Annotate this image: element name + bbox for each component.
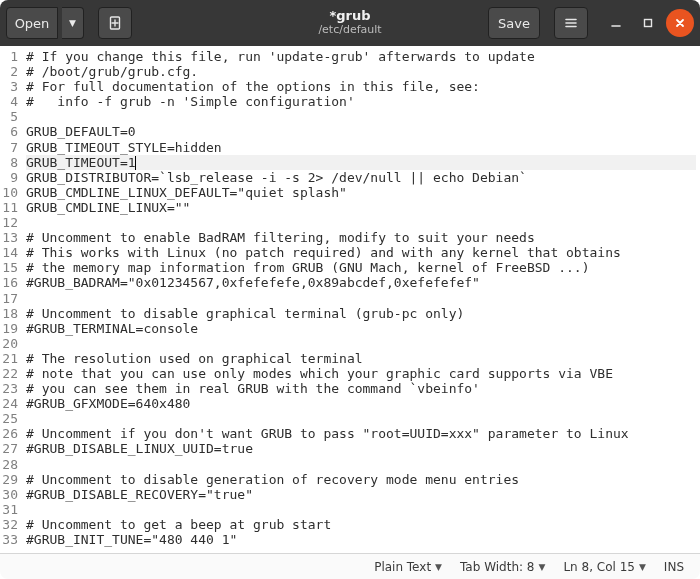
code-line[interactable] — [26, 457, 696, 472]
minimize-icon — [610, 17, 622, 29]
text-editor[interactable]: 1234567891011121314151617181920212223242… — [0, 46, 700, 553]
code-line[interactable]: # If you change this file, run 'update-g… — [26, 49, 696, 64]
code-line[interactable] — [26, 109, 696, 124]
line-number: 18 — [2, 306, 18, 321]
insert-mode-indicator[interactable]: INS — [658, 560, 690, 574]
code-line[interactable]: # you can see them in real GRUB with the… — [26, 381, 696, 396]
maximize-icon — [642, 17, 654, 29]
chevron-down-icon: ▼ — [639, 562, 646, 572]
code-line[interactable]: # For full documentation of the options … — [26, 79, 696, 94]
line-number: 30 — [2, 487, 18, 502]
line-number: 6 — [2, 124, 18, 139]
line-number: 33 — [2, 532, 18, 547]
minimize-button[interactable] — [602, 9, 630, 37]
code-line[interactable]: #GRUB_TERMINAL=console — [26, 321, 696, 336]
cursor-position-label: Ln 8, Col 15 — [563, 560, 635, 574]
line-number: 22 — [2, 366, 18, 381]
line-number: 10 — [2, 185, 18, 200]
line-number: 15 — [2, 260, 18, 275]
code-line[interactable]: # /boot/grub/grub.cfg. — [26, 64, 696, 79]
code-line[interactable] — [26, 502, 696, 517]
code-line[interactable]: GRUB_CMDLINE_LINUX_DEFAULT="quiet splash… — [26, 185, 696, 200]
code-line[interactable]: #GRUB_GFXMODE=640x480 — [26, 396, 696, 411]
open-recent-dropdown[interactable]: ▼ — [62, 7, 84, 39]
code-line[interactable]: #GRUB_INIT_TUNE="480 440 1" — [26, 532, 696, 547]
code-line[interactable] — [26, 215, 696, 230]
editor-window: Open ▼ *grub /etc/default Save — [0, 0, 700, 579]
code-line[interactable]: GRUB_CMDLINE_LINUX="" — [26, 200, 696, 215]
line-number: 7 — [2, 140, 18, 155]
save-button[interactable]: Save — [488, 7, 540, 39]
line-number: 28 — [2, 457, 18, 472]
line-number: 19 — [2, 321, 18, 336]
hamburger-menu-button[interactable] — [554, 7, 588, 39]
code-line[interactable]: GRUB_DEFAULT=0 — [26, 124, 696, 139]
line-number: 9 — [2, 170, 18, 185]
syntax-mode-label: Plain Text — [374, 560, 431, 574]
line-number: 13 — [2, 230, 18, 245]
chevron-down-icon: ▼ — [69, 18, 76, 28]
open-button-label: Open — [15, 16, 50, 31]
code-line[interactable] — [26, 411, 696, 426]
cursor-position-selector[interactable]: Ln 8, Col 15 ▼ — [557, 560, 651, 574]
code-line[interactable] — [26, 336, 696, 351]
code-line[interactable]: #GRUB_DISABLE_LINUX_UUID=true — [26, 441, 696, 456]
headerbar-left: Open ▼ — [6, 7, 132, 39]
line-number: 17 — [2, 291, 18, 306]
line-number-gutter: 1234567891011121314151617181920212223242… — [0, 46, 22, 553]
code-area[interactable]: # If you change this file, run 'update-g… — [22, 46, 700, 553]
code-line[interactable]: # note that you can use only modes which… — [26, 366, 696, 381]
code-line[interactable]: # Uncomment if you don't want GRUB to pa… — [26, 426, 696, 441]
code-line[interactable]: #GRUB_BADRAM="0x01234567,0xfefefefe,0x89… — [26, 275, 696, 290]
code-line[interactable]: # This works with Linux (no patch requir… — [26, 245, 696, 260]
open-button[interactable]: Open — [6, 7, 58, 39]
code-line[interactable]: GRUB_DISTRIBUTOR=`lsb_release -i -s 2> /… — [26, 170, 696, 185]
line-number: 1 — [2, 49, 18, 64]
line-number: 29 — [2, 472, 18, 487]
close-button[interactable] — [666, 9, 694, 37]
headerbar-right: Save — [488, 7, 694, 39]
code-line[interactable]: #GRUB_DISABLE_RECOVERY="true" — [26, 487, 696, 502]
line-number: 16 — [2, 275, 18, 290]
code-line[interactable]: # info -f grub -n 'Simple configuration' — [26, 94, 696, 109]
code-line[interactable] — [26, 291, 696, 306]
save-button-label: Save — [498, 16, 530, 31]
line-number: 25 — [2, 411, 18, 426]
line-number: 20 — [2, 336, 18, 351]
code-line[interactable]: # Uncomment to get a beep at grub start — [26, 517, 696, 532]
code-line[interactable]: # Uncomment to disable graphical termina… — [26, 306, 696, 321]
line-number: 32 — [2, 517, 18, 532]
close-icon — [674, 17, 686, 29]
new-tab-button[interactable] — [98, 7, 132, 39]
maximize-button[interactable] — [634, 9, 662, 37]
line-number: 4 — [2, 94, 18, 109]
chevron-down-icon: ▼ — [435, 562, 442, 572]
tab-width-selector[interactable]: Tab Width: 8 ▼ — [454, 560, 551, 574]
code-line[interactable]: # the memory map information from GRUB (… — [26, 260, 696, 275]
tab-width-label: Tab Width: 8 — [460, 560, 534, 574]
statusbar: Plain Text ▼ Tab Width: 8 ▼ Ln 8, Col 15… — [0, 553, 700, 579]
document-path: /etc/default — [318, 24, 381, 37]
line-number: 31 — [2, 502, 18, 517]
line-number: 23 — [2, 381, 18, 396]
code-line[interactable]: GRUB_TIMEOUT=1 — [26, 155, 696, 170]
line-number: 21 — [2, 351, 18, 366]
line-number: 11 — [2, 200, 18, 215]
code-line[interactable]: # Uncomment to enable BadRAM filtering, … — [26, 230, 696, 245]
hamburger-icon — [563, 15, 579, 31]
document-title: *grub — [329, 9, 370, 24]
line-number: 14 — [2, 245, 18, 260]
new-document-icon — [107, 15, 123, 31]
code-line[interactable]: # The resolution used on graphical termi… — [26, 351, 696, 366]
svg-rect-1 — [645, 20, 652, 27]
line-number: 8 — [2, 155, 18, 170]
line-number: 26 — [2, 426, 18, 441]
headerbar: Open ▼ *grub /etc/default Save — [0, 0, 700, 46]
code-line[interactable]: GRUB_TIMEOUT_STYLE=hidden — [26, 140, 696, 155]
code-line[interactable]: # Uncomment to disable generation of rec… — [26, 472, 696, 487]
text-caret — [135, 156, 136, 170]
syntax-mode-selector[interactable]: Plain Text ▼ — [368, 560, 448, 574]
line-number: 24 — [2, 396, 18, 411]
insert-mode-label: INS — [664, 560, 684, 574]
line-number: 5 — [2, 109, 18, 124]
